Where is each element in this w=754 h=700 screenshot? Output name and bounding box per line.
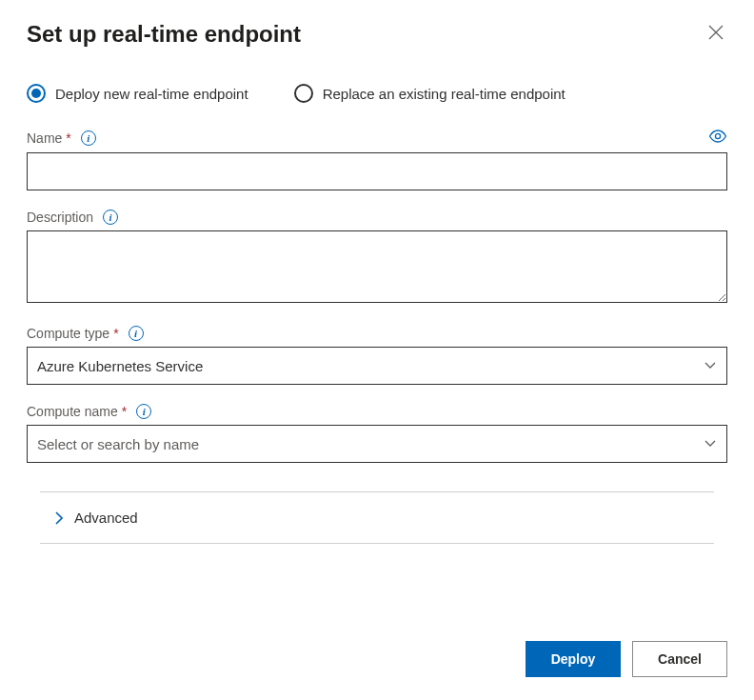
description-label: Description	[27, 210, 93, 225]
radio-unselected-icon	[294, 84, 313, 103]
compute-name-field: Compute name * i Select or search by nam…	[27, 404, 727, 463]
info-icon[interactable]: i	[136, 404, 151, 419]
compute-name-placeholder: Select or search by name	[37, 436, 199, 452]
description-field: Description i	[27, 210, 727, 307]
name-label: Name	[27, 130, 62, 146]
info-icon[interactable]: i	[81, 130, 96, 146]
info-icon[interactable]: i	[103, 210, 118, 225]
info-icon[interactable]: i	[129, 326, 144, 341]
name-input[interactable]	[27, 152, 727, 190]
close-button[interactable]	[704, 21, 727, 48]
advanced-section: Advanced	[40, 491, 714, 544]
advanced-toggle[interactable]: Advanced	[40, 492, 714, 543]
compute-name-label: Compute name	[27, 404, 118, 419]
advanced-label: Advanced	[74, 510, 138, 526]
radio-selected-icon	[27, 84, 46, 103]
radio-deploy-new-label: Deploy new real-time endpoint	[55, 86, 248, 102]
cancel-button[interactable]: Cancel	[632, 641, 727, 677]
dialog-title: Set up real-time endpoint	[27, 21, 301, 48]
required-indicator: *	[66, 130, 70, 146]
required-indicator: *	[113, 326, 118, 341]
deploy-button[interactable]: Deploy	[526, 641, 621, 677]
dialog-footer: Deploy Cancel	[526, 641, 727, 677]
radio-deploy-new[interactable]: Deploy new real-time endpoint	[27, 84, 248, 103]
compute-type-field: Compute type * i Azure Kubernetes Servic…	[27, 326, 727, 385]
compute-type-label: Compute type	[27, 326, 109, 341]
description-input[interactable]	[27, 230, 727, 303]
radio-replace-existing-label: Replace an existing real-time endpoint	[323, 86, 566, 102]
visibility-icon[interactable]	[708, 130, 727, 147]
compute-type-select[interactable]: Azure Kubernetes Service	[27, 347, 727, 385]
name-field: Name * i	[27, 130, 727, 190]
radio-replace-existing[interactable]: Replace an existing real-time endpoint	[294, 84, 566, 103]
endpoint-mode-radio-group: Deploy new real-time endpoint Replace an…	[27, 84, 727, 103]
compute-name-select[interactable]: Select or search by name	[27, 425, 727, 463]
close-icon	[708, 25, 724, 40]
chevron-right-icon	[55, 511, 63, 525]
dialog-header: Set up real-time endpoint	[27, 21, 727, 48]
svg-point-0	[715, 133, 720, 138]
required-indicator: *	[122, 404, 127, 419]
compute-type-value: Azure Kubernetes Service	[37, 358, 203, 374]
